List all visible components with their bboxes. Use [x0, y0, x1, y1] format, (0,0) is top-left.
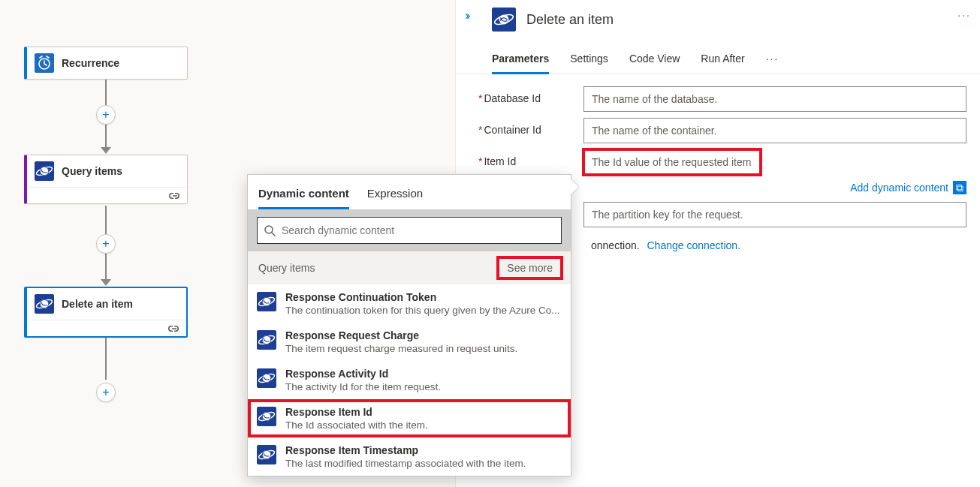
add-step-button[interactable]: + — [96, 383, 116, 402]
dynamic-content-popup: Dynamic content Expression Query items S… — [247, 174, 571, 476]
add-dynamic-content-link[interactable]: Add dynamic content — [850, 182, 948, 194]
cosmos-icon — [35, 294, 54, 314]
label-database-id: *Database Id — [478, 86, 583, 104]
input-partition-key[interactable] — [583, 202, 966, 227]
tab-expression[interactable]: Expression — [367, 182, 423, 209]
dynamic-section-title: Query items — [258, 262, 315, 274]
tab-settings[interactable]: Settings — [570, 47, 608, 74]
flow-node-delete-item[interactable]: Delete an item — [24, 287, 188, 338]
input-container-id[interactable] — [583, 118, 966, 143]
dynamic-search-input[interactable] — [276, 224, 555, 237]
flow-node-title: Delete an item — [62, 298, 133, 310]
connection-text: onnection. — [591, 239, 640, 251]
collapse-panel-button[interactable]: ›› — [465, 9, 469, 23]
cosmos-icon — [257, 292, 276, 311]
flow-node-title: Query items — [62, 165, 122, 177]
dynamic-item-title: Response Continuation Token — [285, 290, 562, 304]
link-icon — [165, 323, 180, 335]
panel-more-button[interactable]: ··· — [957, 9, 971, 21]
change-connection-link[interactable]: Change connection. — [647, 239, 741, 251]
panel-header: Delete an item — [456, 0, 980, 39]
cosmos-icon — [35, 161, 54, 181]
dynamic-item-title: Response Request Charge — [285, 329, 562, 342]
dynamic-item[interactable]: Response Request ChargeThe item request … — [248, 323, 571, 361]
add-step-button[interactable]: + — [96, 234, 116, 254]
arrow-down-icon — [101, 279, 111, 286]
add-step-button[interactable]: + — [96, 105, 116, 125]
dynamic-item-desc: The last modified timestamp associated w… — [285, 457, 562, 470]
tab-more[interactable]: ··· — [766, 47, 779, 74]
tab-code-view[interactable]: Code View — [629, 47, 680, 74]
dynamic-item-desc: The item request charge measured in requ… — [285, 342, 562, 355]
dynamic-item-title: Response Item Timestamp — [285, 443, 562, 457]
input-database-id[interactable] — [583, 86, 966, 112]
cosmos-icon — [257, 330, 276, 350]
dynamic-search-field[interactable] — [257, 217, 562, 244]
cosmos-icon — [257, 445, 276, 464]
cosmos-icon — [257, 407, 276, 426]
cosmos-icon — [492, 8, 516, 32]
dynamic-item[interactable]: Response Item IdThe Id associated with t… — [248, 399, 571, 437]
tab-dynamic-content[interactable]: Dynamic content — [258, 182, 349, 209]
dynamic-item-title: Response Item Id — [285, 405, 562, 419]
dynamic-item-title: Response Activity Id — [285, 367, 562, 380]
dynamic-item[interactable]: Response Item TimestampThe last modified… — [248, 437, 571, 476]
dynamic-item[interactable]: Response Continuation TokenThe continuat… — [248, 284, 571, 323]
popup-caret-icon — [571, 179, 578, 194]
dynamic-item-desc: The activity Id for the item request. — [285, 380, 562, 393]
label-item-id: *Item Id — [478, 149, 583, 167]
flow-node-title: Recurrence — [62, 57, 119, 69]
panel-tabs: Parameters Settings Code View Run After … — [456, 39, 980, 74]
dynamic-item-desc: The Id associated with the item. — [285, 419, 562, 431]
flow-connector — [105, 338, 107, 380]
arrow-down-icon — [101, 147, 111, 154]
dynamic-item[interactable]: Response Activity IdThe activity Id for … — [248, 361, 571, 399]
input-item-id[interactable] — [583, 149, 761, 175]
label-container-id: *Container Id — [478, 118, 583, 136]
search-icon — [264, 224, 276, 236]
flow-node-recurrence[interactable]: Recurrence — [24, 47, 188, 80]
cosmos-icon — [257, 368, 276, 388]
clock-icon — [35, 53, 54, 73]
flow-node-query-items[interactable]: Query items — [24, 155, 188, 204]
tab-run-after[interactable]: Run After — [701, 47, 744, 74]
dynamic-item-desc: The continuation token for this query gi… — [285, 304, 562, 317]
add-dynamic-content-icon[interactable]: ⧉ — [953, 181, 966, 194]
see-more-link[interactable]: See more — [499, 259, 560, 277]
link-icon — [166, 190, 181, 202]
tab-parameters[interactable]: Parameters — [492, 47, 549, 74]
panel-title: Delete an item — [526, 12, 614, 28]
